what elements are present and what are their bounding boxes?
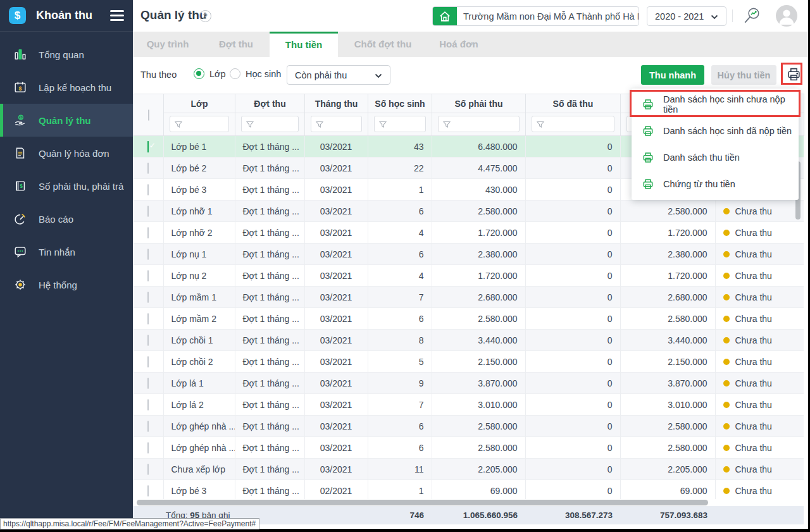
menu-item-danh-sach-thu-tien[interactable]: Danh sách thu tiền bbox=[632, 144, 799, 171]
tab-thu-tien[interactable]: Thu tiền bbox=[270, 32, 338, 57]
radio-lop[interactable]: Lớp bbox=[194, 68, 226, 79]
column-filter-input[interactable] bbox=[438, 116, 520, 132]
chat-icon bbox=[13, 244, 28, 259]
app-window: $ Khoản thu Tổng quan $ Lập kế hoạch thu… bbox=[0, 0, 810, 532]
cell-so_phai_thu: 3.440.000 bbox=[432, 330, 525, 351]
row-checkbox[interactable] bbox=[147, 421, 149, 432]
table-row[interactable]: Lớp lá 1Đợt 1 tháng ...03/202193.870.000… bbox=[133, 373, 804, 394]
row-checkbox[interactable] bbox=[147, 163, 149, 174]
app-logo-icon: $ bbox=[9, 7, 26, 24]
row-checkbox[interactable] bbox=[147, 227, 149, 238]
row-checkbox[interactable] bbox=[147, 313, 149, 325]
user-avatar[interactable] bbox=[776, 5, 797, 27]
huy-thu-tien-button[interactable]: Hủy thu tiền bbox=[711, 65, 776, 85]
row-checkbox[interactable] bbox=[147, 399, 149, 411]
cell-so_hoc_sinh: 5 bbox=[368, 351, 432, 373]
cell-dot_thu: Đợt 1 tháng ... bbox=[235, 308, 304, 330]
sidebar-item-quan-ly-thu[interactable]: $ Quản lý thu bbox=[0, 104, 133, 137]
tab-quy-trinh[interactable]: Quy trình bbox=[133, 32, 202, 57]
row-select-cell bbox=[133, 308, 163, 330]
cell-dot_thu: Đợt 1 tháng ... bbox=[235, 287, 304, 308]
cell-dot_thu: Đợt 1 tháng ... bbox=[235, 244, 304, 265]
sidebar-item-quan-ly-hoa-don[interactable]: Quản lý hóa đơn bbox=[0, 137, 133, 170]
cell-thang_thu: 03/2021 bbox=[304, 416, 368, 437]
column-filter-input[interactable] bbox=[374, 116, 426, 132]
thu-nhanh-button[interactable]: Thu nhanh bbox=[641, 65, 704, 85]
print-button[interactable] bbox=[785, 66, 802, 84]
column-filter-input[interactable] bbox=[532, 116, 614, 132]
row-checkbox[interactable] bbox=[147, 464, 149, 475]
pie-chart-icon bbox=[13, 211, 28, 226]
tab-chot-dot-thu[interactable]: Chốt đợt thu bbox=[338, 32, 428, 57]
analytics-search-icon[interactable] bbox=[742, 6, 763, 27]
menu-item-ds-hs-da-nop-tien[interactable]: Danh sách học sinh đã nộp tiền bbox=[632, 118, 799, 144]
sidebar-item-tin-nhan[interactable]: Tin nhắn bbox=[0, 235, 133, 268]
row-checkbox[interactable] bbox=[147, 378, 149, 389]
row-select-cell bbox=[133, 330, 163, 351]
column-header-1[interactable]: Đợt thu bbox=[235, 94, 305, 113]
column-header-0[interactable]: Lớp bbox=[164, 94, 235, 113]
sidebar-item-label: Quản lý thu bbox=[39, 115, 91, 126]
sidebar-item-so-phai-thu-phai-tra[interactable]: $ Số phải thu, phải trả bbox=[0, 170, 133, 202]
school-year-select[interactable]: 2020 - 2021 bbox=[647, 6, 726, 26]
column-filter-input[interactable] bbox=[241, 116, 299, 132]
column-filter-input[interactable] bbox=[170, 116, 229, 132]
select-all-checkbox[interactable] bbox=[148, 109, 149, 121]
table-row[interactable]: Lớp nụ 2Đợt 1 tháng ...03/202141.720.000… bbox=[133, 265, 804, 287]
row-checkbox[interactable] bbox=[147, 206, 149, 217]
row-checkbox[interactable] bbox=[147, 485, 149, 497]
menu-item-ds-hs-chua-nop-tien[interactable]: Danh sách học sinh chưa nộp tiền bbox=[632, 91, 799, 118]
table-row[interactable]: Lớp mầm 1Đợt 1 tháng ...03/202172.680.00… bbox=[133, 287, 804, 308]
row-checkbox[interactable] bbox=[147, 292, 149, 303]
row-checkbox[interactable] bbox=[147, 270, 149, 281]
column-header-3[interactable]: Số học sinh bbox=[368, 94, 432, 113]
print-dropdown-menu: Danh sách học sinh chưa nộp tiền Danh sá… bbox=[632, 89, 799, 200]
row-checkbox[interactable] bbox=[147, 356, 149, 368]
sidebar-item-he-thong[interactable]: Hệ thống bbox=[0, 268, 133, 301]
radio-hoc-sinh[interactable]: Học sinh bbox=[230, 68, 281, 79]
table-row[interactable]: Lớp nụ 1Đợt 1 tháng ...03/202162.380.000… bbox=[133, 244, 804, 265]
menu-item-chung-tu-thu-tien[interactable]: Chứng từ thu tiền bbox=[632, 171, 799, 197]
table-row[interactable]: Lớp chồi 1Đợt 1 tháng ...03/202183.440.0… bbox=[133, 330, 804, 351]
column-header-5[interactable]: Số đã thu bbox=[526, 94, 621, 113]
row-checkbox[interactable] bbox=[147, 141, 149, 152]
column-filter-input[interactable] bbox=[311, 116, 362, 132]
cell-lop: Lớp chồi 1 bbox=[163, 330, 235, 351]
row-checkbox[interactable] bbox=[147, 335, 149, 346]
tab-hoa-don[interactable]: Hoá đơn bbox=[428, 32, 490, 57]
sidebar-item-tong-quan[interactable]: Tổng quan bbox=[0, 38, 133, 71]
school-selector[interactable]: Trường Mầm non Đại Mỗ A Thành phố Hà Nội bbox=[432, 6, 639, 26]
row-checkbox[interactable] bbox=[147, 184, 149, 195]
status-label: Chưa thu bbox=[735, 206, 772, 216]
row-select-cell bbox=[133, 158, 163, 179]
summary-spacer bbox=[715, 506, 804, 524]
table-row[interactable]: Lớp chồi 2Đợt 1 tháng ...03/202152.150.0… bbox=[133, 351, 804, 373]
cell-so_con_phai_thu: 2.580.000 bbox=[620, 201, 715, 222]
table-row[interactable]: Lớp lá 2Đợt 1 tháng ...03/202173.010.000… bbox=[133, 394, 804, 416]
table-row[interactable]: Chưa xếp lớpĐợt 1 tháng ...03/2021112.20… bbox=[133, 459, 804, 480]
table-row[interactable]: Lớp nhỡ 1Đợt 1 tháng ...03/202162.580.00… bbox=[133, 201, 804, 222]
status-dot-icon bbox=[723, 294, 730, 300]
column-header-2[interactable]: Tháng thu bbox=[305, 94, 368, 113]
cell-so_con_phai_thu: 1.720.000 bbox=[620, 222, 715, 244]
menu-toggle-icon[interactable] bbox=[110, 10, 124, 21]
help-icon[interactable]: ? bbox=[199, 10, 211, 22]
cell-dot_thu: Đợt 1 tháng ... bbox=[235, 136, 304, 158]
column-header-4[interactable]: Số phải thu bbox=[432, 94, 526, 113]
sidebar-item-lap-ke-hoach-thu[interactable]: $ Lập kế hoạch thu bbox=[0, 71, 133, 104]
horizontal-scrollbar-thumb[interactable] bbox=[137, 500, 708, 505]
row-select-cell bbox=[133, 179, 163, 201]
table-row[interactable]: Lớp mầm 2Đợt 1 tháng ...03/202162.580.00… bbox=[133, 308, 804, 330]
row-checkbox[interactable] bbox=[147, 442, 149, 454]
table-row[interactable]: Lớp ghép nhà ...Đợt 1 tháng ...03/202162… bbox=[133, 437, 804, 459]
tab-dot-thu[interactable]: Đợt thu bbox=[202, 32, 270, 57]
table-row[interactable]: Lớp nhỡ 2Đợt 1 tháng ...03/202141.720.00… bbox=[133, 222, 804, 244]
status-filter-select[interactable]: Còn phải thu bbox=[287, 65, 390, 85]
status-dot-icon bbox=[723, 230, 730, 236]
table-row[interactable]: Lớp bé 3Đợt 1 tháng ...02/2021169.000069… bbox=[133, 480, 804, 500]
row-checkbox[interactable] bbox=[147, 249, 149, 260]
table-row[interactable]: Lớp ghép nhà ...Đợt 1 tháng ...03/202162… bbox=[133, 416, 804, 437]
sidebar-item-bao-cao[interactable]: Báo cáo bbox=[0, 202, 133, 235]
home-icon[interactable] bbox=[433, 7, 457, 25]
status-dot-icon bbox=[723, 251, 730, 257]
